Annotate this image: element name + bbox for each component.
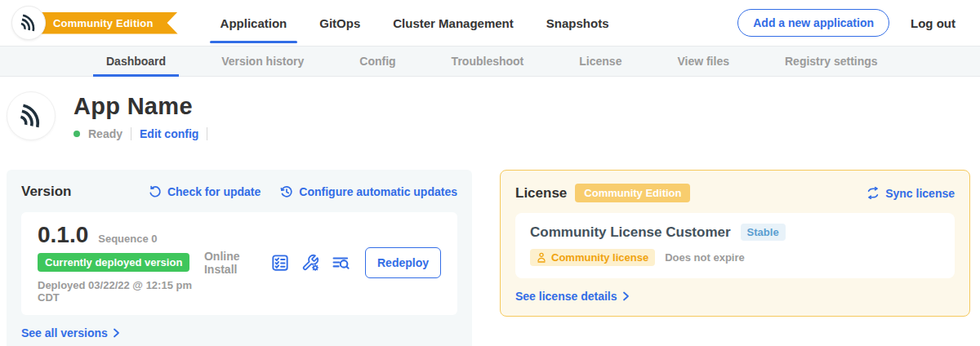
app-header: App Name Ready Edit config	[0, 77, 980, 140]
clock-refresh-icon	[280, 185, 293, 198]
subnav-troubleshoot[interactable]: Troubleshoot	[439, 47, 537, 76]
swap-arrows-icon	[866, 187, 880, 199]
status-label: Ready	[88, 127, 122, 140]
version-card-title: Version	[21, 184, 71, 200]
replicated-logo-icon	[16, 101, 46, 131]
license-card: License Community Edition Sync license	[500, 170, 970, 317]
current-version-panel: 0.1.0 Sequence 0 Currently deployed vers…	[21, 212, 457, 315]
app-avatar	[7, 91, 56, 140]
expiry-label: Does not expire	[665, 251, 745, 264]
person-icon	[537, 252, 546, 263]
subnav-view-files[interactable]: View files	[664, 47, 742, 76]
top-navbar: Community Edition Application GitOps Clu…	[0, 0, 980, 46]
divider	[131, 127, 131, 140]
replicated-logo-icon	[18, 12, 39, 33]
dashboard-cards: Version Check for update	[0, 140, 980, 346]
deploy-logs-icon[interactable]	[332, 254, 350, 272]
brand: Community Edition	[11, 6, 178, 40]
app-subnav: Dashboard Version history Config Trouble…	[0, 46, 980, 77]
tab-snapshots[interactable]: Snapshots	[536, 0, 620, 46]
community-edition-badge: Community Edition	[575, 184, 690, 202]
subnav-registry-settings[interactable]: Registry settings	[772, 47, 891, 76]
community-edition-banner: Community Edition	[35, 12, 178, 34]
install-type-label: Online Install	[204, 250, 258, 276]
sequence-label: Sequence 0	[98, 233, 157, 245]
tab-application[interactable]: Application	[210, 0, 298, 46]
logout-link[interactable]: Log out	[911, 16, 956, 30]
deployed-badge: Currently deployed version	[38, 253, 189, 272]
subnav-license[interactable]: License	[566, 47, 635, 76]
customer-name: Community License Customer	[530, 224, 731, 241]
chevron-right-icon	[622, 291, 630, 301]
page-title: App Name	[74, 93, 207, 120]
version-number: 0.1.0	[38, 222, 88, 248]
redeploy-button[interactable]: Redeploy	[365, 247, 441, 278]
configure-automatic-updates-link[interactable]: Configure automatic updates	[280, 185, 457, 198]
deployed-timestamp: Deployed 03/22/22 @ 12:15 pm CDT	[38, 279, 204, 304]
divider	[207, 127, 207, 140]
see-all-versions-link[interactable]: See all versions	[21, 326, 457, 339]
refresh-icon	[149, 185, 162, 198]
chevron-right-icon	[113, 328, 120, 338]
top-nav-tabs: Application GitOps Cluster Management Sn…	[204, 0, 626, 46]
status-dot	[74, 131, 80, 137]
see-license-details-link[interactable]: See license details	[515, 290, 955, 303]
add-new-application-button[interactable]: Add a new application	[737, 9, 889, 37]
license-card-title: License	[515, 185, 567, 202]
wrench-gear-config-icon[interactable]	[301, 254, 319, 272]
status-row: Ready Edit config	[74, 127, 207, 140]
tab-cluster-management[interactable]: Cluster Management	[382, 0, 524, 46]
tab-gitops[interactable]: GitOps	[309, 0, 371, 46]
sync-license-link[interactable]: Sync license	[866, 187, 955, 200]
channel-badge: Stable	[741, 224, 786, 241]
subnav-dashboard[interactable]: Dashboard	[93, 47, 179, 76]
subnav-config[interactable]: Config	[346, 47, 408, 76]
check-for-update-link[interactable]: Check for update	[149, 185, 261, 198]
license-details-panel: Community License Customer Stable Commun…	[515, 213, 955, 278]
subnav-version-history[interactable]: Version history	[208, 47, 317, 76]
version-card: Version Check for update	[7, 170, 472, 346]
license-type-chip: Community license	[530, 249, 655, 266]
preflight-checks-icon[interactable]	[271, 254, 289, 272]
app-logo-avatar	[11, 6, 46, 40]
edit-config-link[interactable]: Edit config	[140, 127, 198, 140]
